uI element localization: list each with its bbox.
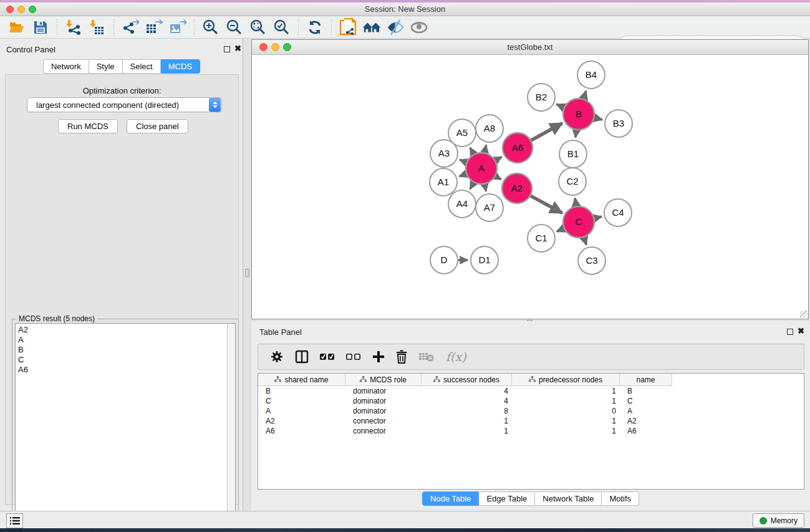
- table-cell[interactable]: A: [620, 406, 672, 416]
- graph-node-B[interactable]: B: [563, 99, 594, 130]
- delete-row-icon[interactable]: [396, 350, 407, 364]
- table-body[interactable]: Bdominator41BCdominator41CAdominator80AA…: [258, 386, 804, 436]
- run-mcds-button[interactable]: Run MCDS: [58, 119, 118, 133]
- table-cell[interactable]: C: [258, 396, 345, 406]
- table-cell[interactable]: A2: [620, 416, 672, 426]
- network-window-titlebar[interactable]: testGlobe.txt: [252, 40, 808, 55]
- table-cell[interactable]: A2: [258, 416, 345, 426]
- open-session-icon[interactable]: [7, 19, 26, 36]
- graph-node-A2[interactable]: A2: [502, 173, 532, 203]
- criterion-dropdown[interactable]: largest connected component (directed): [27, 97, 222, 112]
- table-cell[interactable]: B: [620, 386, 672, 396]
- mcds-result-item[interactable]: A: [18, 335, 224, 345]
- column-header-successor-nodes[interactable]: successor nodes: [422, 374, 512, 386]
- graph-node-B4[interactable]: B4: [577, 61, 605, 89]
- tab-edge-table[interactable]: Edge Table: [479, 491, 535, 506]
- table-cell[interactable]: connector: [345, 426, 422, 436]
- column-header-predecessor-nodes[interactable]: predecessor nodes: [512, 374, 620, 386]
- graph-node-C2[interactable]: C2: [559, 168, 586, 195]
- show-column-icon[interactable]: [295, 350, 309, 364]
- table-cell[interactable]: 1: [512, 386, 620, 396]
- table-row[interactable]: A2connector11A2: [258, 416, 804, 426]
- table-row[interactable]: Adominator80A: [258, 406, 804, 416]
- graph-node-A4[interactable]: A4: [448, 190, 476, 218]
- table-cell[interactable]: 1: [512, 426, 620, 436]
- save-session-icon[interactable]: [31, 19, 50, 36]
- export-network-icon[interactable]: [121, 19, 140, 36]
- mcds-result-item[interactable]: C: [18, 355, 224, 365]
- maximize-network-button[interactable]: [283, 43, 291, 51]
- graph-node-D1[interactable]: D1: [471, 246, 498, 274]
- graph-node-B3[interactable]: B3: [605, 110, 632, 137]
- graph-node-A7[interactable]: A7: [476, 194, 503, 221]
- node-table[interactable]: shared nameMCDS rolesuccessor nodesprede…: [258, 373, 804, 490]
- hide-graphics-details-icon[interactable]: [386, 19, 405, 36]
- graph-node-C3[interactable]: C3: [578, 247, 605, 274]
- table-cell[interactable]: dominator: [345, 406, 422, 416]
- deselect-all-icon[interactable]: [346, 352, 361, 361]
- graph-node-C1[interactable]: C1: [528, 225, 555, 252]
- close-panel-button[interactable]: Close panel: [127, 119, 188, 133]
- tab-network[interactable]: Network: [43, 59, 89, 74]
- table-cell[interactable]: A6: [258, 426, 345, 436]
- table-cell[interactable]: B: [258, 386, 345, 396]
- settings-gear-icon[interactable]: [270, 350, 284, 364]
- graph-node-A6[interactable]: A6: [503, 133, 533, 163]
- show-panels-button[interactable]: [6, 513, 23, 528]
- delete-table-icon[interactable]: [418, 351, 435, 362]
- table-row[interactable]: A6connector11A6: [258, 426, 804, 436]
- table-cell[interactable]: 4: [422, 396, 512, 406]
- graph-node-D[interactable]: D: [430, 246, 458, 274]
- tab-node-table[interactable]: Node Table: [422, 491, 480, 506]
- zoom-selected-icon[interactable]: [272, 19, 291, 36]
- table-cell[interactable]: 1: [512, 396, 620, 406]
- network-canvas[interactable]: B4B2BB3B1C2A5A8A3A6AA1A2A4A7CC4C1C3DD1: [252, 55, 808, 319]
- maximize-window-button[interactable]: [29, 6, 36, 13]
- close-window-button[interactable]: [6, 6, 14, 13]
- show-graphics-details-icon[interactable]: [410, 19, 428, 36]
- mcds-result-item[interactable]: A2: [18, 325, 224, 335]
- network-graph[interactable]: B4B2BB3B1C2A5A8A3A6AA1A2A4A7CC4C1C3DD1: [252, 55, 808, 319]
- zoom-in-icon[interactable]: [201, 19, 220, 36]
- float-panel-icon[interactable]: [787, 329, 793, 335]
- graph-node-C[interactable]: C: [563, 206, 594, 238]
- mcds-result-item[interactable]: B: [18, 345, 224, 355]
- minimize-window-button[interactable]: [17, 6, 25, 13]
- graph-node-C4[interactable]: C4: [604, 199, 632, 226]
- table-cell[interactable]: 4: [422, 386, 512, 396]
- tab-network-table[interactable]: Network Table: [535, 491, 602, 506]
- column-header-MCDS-role[interactable]: MCDS role: [345, 374, 422, 386]
- mcds-result-list[interactable]: A2ABCA6: [15, 323, 236, 530]
- table-row[interactable]: Cdominator41C: [258, 396, 804, 406]
- graph-node-A3[interactable]: A3: [430, 140, 458, 167]
- column-header-shared-name[interactable]: shared name: [258, 374, 345, 386]
- tab-select[interactable]: Select: [123, 59, 161, 74]
- graph-node-A8[interactable]: A8: [476, 115, 503, 142]
- export-table-icon[interactable]: [145, 19, 163, 36]
- table-cell[interactable]: C: [620, 396, 672, 406]
- graph-node-B1[interactable]: B1: [559, 140, 587, 168]
- close-panel-icon[interactable]: ✖: [234, 46, 241, 52]
- minimize-network-button[interactable]: [271, 43, 279, 51]
- add-row-icon[interactable]: [372, 351, 385, 363]
- table-cell[interactable]: 0: [512, 406, 620, 416]
- select-all-icon[interactable]: [320, 352, 335, 361]
- tab-style[interactable]: Style: [89, 59, 123, 74]
- table-row[interactable]: Bdominator41B: [258, 386, 804, 396]
- zoom-out-icon[interactable]: [225, 19, 244, 36]
- table-cell[interactable]: 8: [422, 406, 512, 416]
- table-cell[interactable]: A: [258, 406, 345, 416]
- table-cell[interactable]: A6: [620, 426, 672, 436]
- graph-node-A[interactable]: A: [466, 153, 497, 184]
- column-header-name[interactable]: name: [620, 374, 672, 386]
- table-cell[interactable]: dominator: [345, 396, 422, 406]
- window-resize-grip[interactable]: [800, 311, 808, 318]
- zoom-fit-icon[interactable]: [249, 19, 268, 36]
- vertical-split-handle[interactable]: [245, 269, 249, 277]
- float-panel-icon[interactable]: [224, 46, 230, 52]
- import-network-icon[interactable]: [64, 19, 83, 36]
- tab-mcds[interactable]: MCDS: [161, 59, 200, 74]
- memory-button[interactable]: Memory: [753, 513, 804, 528]
- home-layout-icon[interactable]: [362, 19, 381, 36]
- table-cell[interactable]: 1: [422, 426, 512, 436]
